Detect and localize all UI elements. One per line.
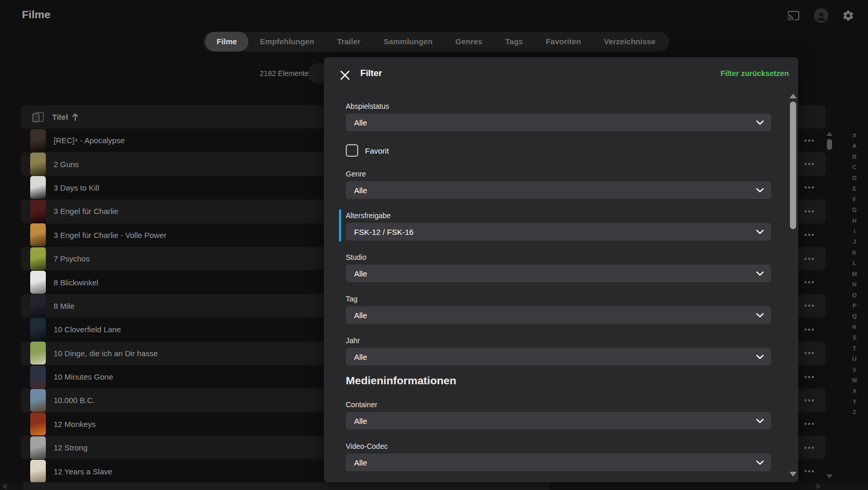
cast-icon[interactable] [787,9,800,22]
row-menu-icon[interactable] [804,422,814,425]
scroll-down-icon[interactable] [789,472,797,476]
alphabet-letter[interactable]: J [849,236,860,247]
scroll-left-icon[interactable] [2,483,7,489]
row-menu-icon[interactable] [804,139,814,142]
tab[interactable]: Sammlungen [372,32,444,52]
dialog-scrollbar-thumb[interactable] [790,102,796,229]
scroll-up-icon[interactable] [789,94,797,98]
select-input[interactable]: Alle [346,181,771,199]
column-header-titel[interactable]: Titel [52,112,79,121]
tab[interactable]: Verzeichnisse [593,32,667,52]
alphabet-letter[interactable]: # [849,130,860,141]
row-menu-icon[interactable] [804,281,814,284]
select-input[interactable]: Alle [346,265,771,282]
poster-column-icon [31,111,45,123]
favorite-checkbox[interactable] [346,144,358,157]
filter-fields: Abspielstatus Alle Favorit Genre Alle Al… [346,102,771,484]
tab[interactable]: Trailer [325,32,372,52]
movie-poster [30,318,46,341]
alphabet-letter[interactable]: A [849,141,860,151]
alphabet-letter[interactable]: P [849,300,860,311]
alphabet-letter[interactable]: O [849,290,860,300]
alphabet-letter[interactable]: E [849,183,860,194]
row-menu-icon[interactable] [804,328,814,331]
filter-field: Jahr Alle [346,336,771,366]
row-menu-icon[interactable] [804,375,814,379]
tab[interactable]: Tags [494,32,534,52]
field-label: Tag [346,295,771,304]
row-menu-icon[interactable] [804,304,814,307]
row-menu-icon[interactable] [804,186,814,189]
tab[interactable]: Favoriten [534,32,593,52]
field-label: Genre [346,170,771,179]
select-input[interactable]: Alle [346,114,771,131]
field-label: Studio [346,253,771,262]
movie-title: 12 Strong [54,443,87,452]
alphabet-letter[interactable]: D [849,173,860,183]
page-title: Filme [22,8,51,21]
close-icon[interactable] [337,68,352,82]
alphabet-letter[interactable]: G [849,205,860,215]
alphabet-letter[interactable]: X [849,386,860,396]
alphabet-letter[interactable]: W [849,375,860,385]
alphabet-letter[interactable]: H [849,216,860,226]
list-scrollbar-thumb[interactable] [827,139,832,150]
row-menu-icon[interactable] [804,351,814,355]
select-input[interactable]: FSK-12 / FSK-16 [346,223,771,241]
alphabet-letter[interactable]: C [849,162,860,172]
select-input[interactable]: Alle [346,412,771,430]
movie-poster [30,271,46,294]
select-input[interactable]: Alle [346,454,771,471]
scroll-up-icon[interactable] [826,132,833,136]
alphabet-letter[interactable]: V [849,365,860,375]
alphabet-letter[interactable]: U [849,354,860,364]
movie-title: 3 Days to Kill [54,183,99,192]
scroll-down-icon[interactable] [826,474,833,479]
scroll-right-icon[interactable] [816,483,821,489]
row-menu-icon[interactable] [804,399,814,402]
header-icons [787,8,854,23]
alphabet-letter[interactable]: M [849,269,860,279]
select-value: Alle [354,118,367,127]
row-menu-icon[interactable] [804,257,814,260]
field-label: Jahr [346,336,771,345]
alphabet-letter[interactable]: T [849,343,860,354]
filter-dialog: Filter Filter zurücksetzen Abspielstatus… [324,57,798,482]
alphabet-letter[interactable]: L [849,258,860,268]
select-input[interactable]: Alle [346,348,771,366]
tab[interactable]: Genres [444,32,494,52]
alphabet-letter[interactable]: Q [849,311,860,321]
movie-poster [30,412,46,435]
select-input[interactable]: Alle [346,306,771,324]
alphabet-letter[interactable]: Y [849,396,860,407]
row-menu-icon[interactable] [804,210,814,213]
field-label: Abspielstatus [346,102,771,111]
row-menu-icon[interactable] [804,162,814,166]
tab[interactable]: Empfehlungen [248,32,325,52]
movie-poster [30,366,46,388]
alphabet-letter[interactable]: I [849,226,860,236]
movie-title: 12 Monkeys [54,420,96,429]
section-heading: Medieninformationen [346,374,771,387]
row-menu-icon[interactable] [804,446,814,449]
alphabet-letter[interactable]: S [849,332,860,343]
alphabet-letter[interactable]: K [849,247,860,258]
filter-field: Genre Alle [346,170,771,199]
tab[interactable]: Filme [205,32,248,52]
row-menu-icon[interactable] [804,233,814,236]
alphabet-letter[interactable]: Z [849,407,860,417]
settings-gear-icon[interactable] [842,9,854,22]
alphabet-letter[interactable]: F [849,194,860,205]
alphabet-letter[interactable]: B [849,152,860,162]
row-menu-icon[interactable] [804,470,814,473]
movie-poster [30,247,46,270]
select-value: Alle [354,186,367,195]
user-avatar-icon[interactable] [814,8,828,23]
alphabet-letter[interactable]: R [849,322,860,332]
filter-reset-link[interactable]: Filter zurücksetzen [721,69,789,78]
movie-title: 10 Dinge, die ich an Dir hasse [54,349,158,358]
select-value: Alle [354,269,367,278]
field-label: Altersfreigabe [346,211,771,220]
alphabet-letter[interactable]: N [849,279,860,290]
checkbox-label: Favorit [365,146,389,155]
